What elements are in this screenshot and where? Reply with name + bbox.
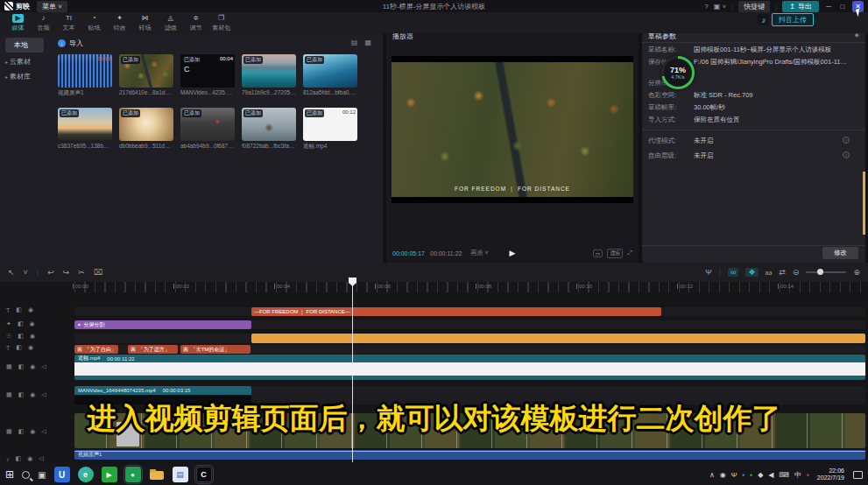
- split-icon[interactable]: ✂: [78, 268, 85, 277]
- info-icon[interactable]: i: [843, 151, 850, 158]
- text-clip-3[interactable]: A「去TM的命运」: [180, 345, 251, 354]
- notification-icon[interactable]: [853, 471, 863, 479]
- tray-keyboard-icon[interactable]: ⌨: [779, 471, 789, 479]
- media-item[interactable]: 已添加00:04CMANVideo...4235.mp4: [180, 54, 235, 97]
- media-item[interactable]: 已添加217d6410e...8a1db.jpg: [119, 54, 173, 97]
- eye-icon[interactable]: ◉: [27, 455, 32, 462]
- close-button[interactable]: ✕: [852, 1, 864, 12]
- media-item[interactable]: 已添加f08722bab...fbc3fa.jpg: [242, 108, 296, 151]
- task-view-icon[interactable]: ▣: [38, 470, 46, 480]
- magnet-icon[interactable]: ∞: [728, 268, 738, 277]
- quality-dropdown[interactable]: 画质 ˅: [470, 249, 488, 257]
- tray-ime-label[interactable]: 中: [794, 470, 801, 480]
- app-capture-green[interactable]: ●: [125, 467, 141, 482]
- tab-媒体[interactable]: ▶媒体: [5, 14, 31, 32]
- tray-app-green-icon[interactable]: ▪: [750, 471, 752, 479]
- media-item[interactable]: 已添加812aa5fdd...bfba0.jpg: [303, 54, 357, 97]
- taskbar-clock[interactable]: 22:06 2022/7/19: [817, 467, 844, 481]
- eye-icon[interactable]: ◉: [30, 363, 35, 370]
- import-button[interactable]: ↓ 导入: [58, 39, 83, 48]
- export-button[interactable]: ↥导出: [782, 1, 819, 12]
- media-item[interactable]: 已添加00:12遮幅.mp4: [303, 108, 357, 151]
- zoom-slider-handle[interactable]: [817, 269, 823, 275]
- start-button[interactable]: ⊞: [5, 468, 14, 481]
- media-item[interactable]: 已添加79a11b9c9...27205.jpg: [242, 54, 296, 97]
- select-tool-dropdown[interactable]: ˅: [24, 268, 28, 277]
- undo-icon[interactable]: ↩: [47, 268, 54, 277]
- tray-app-blue-icon[interactable]: ▪: [742, 471, 745, 479]
- timeline-ruler[interactable]: 00:0000:0200:0400:0600:0800:1000:1200:14: [74, 282, 868, 292]
- tab-贴纸[interactable]: ◔贴纸: [81, 14, 107, 32]
- app-player-green[interactable]: ▶: [102, 467, 117, 482]
- shortcut-button[interactable]: 快捷键: [738, 1, 770, 12]
- fullscreen-icon[interactable]: ⤢: [627, 250, 632, 257]
- tray-app-red-icon[interactable]: ▪: [807, 471, 809, 479]
- ratio-icon[interactable]: ▭: [593, 250, 603, 257]
- app-edge[interactable]: e: [78, 467, 94, 482]
- video-preview[interactable]: FOR FREEDOM ｜ FOR DISTANCE: [392, 56, 633, 203]
- douyin-upload-label[interactable]: 抖音上传: [772, 13, 814, 26]
- lock-icon[interactable]: ◧: [18, 363, 25, 370]
- eye-icon[interactable]: ◉: [30, 391, 35, 398]
- search-icon[interactable]: [22, 471, 30, 479]
- media-item[interactable]: 已添加ab4ab94b9...0f687.jpg: [180, 108, 235, 151]
- lock-icon[interactable]: ◧: [18, 391, 25, 398]
- tab-调节[interactable]: ≑调节: [183, 14, 208, 32]
- effect-clip[interactable]: ✦分屏分割: [74, 320, 251, 329]
- tray-mic-icon[interactable]: Ψ: [731, 471, 737, 479]
- app-jianying[interactable]: C: [196, 467, 212, 482]
- lock-icon[interactable]: ◧: [18, 320, 24, 327]
- maximize-button[interactable]: □: [838, 3, 847, 11]
- lock-icon[interactable]: ◧: [18, 333, 24, 340]
- adjust-clip[interactable]: [251, 334, 865, 343]
- menu-button[interactable]: 菜单 ˅: [37, 1, 67, 12]
- link-icon[interactable]: ❖: [745, 268, 758, 277]
- tab-素材包[interactable]: ❐素材包: [208, 14, 234, 32]
- redo-icon[interactable]: ↪: [63, 268, 70, 277]
- view-toggle-icons[interactable]: ▤ ▦: [351, 39, 374, 46]
- preview-frame-icon[interactable]: aa: [766, 270, 773, 276]
- mirror-icon[interactable]: ⇄: [779, 268, 786, 277]
- eye-icon[interactable]: ◉: [28, 344, 33, 351]
- sidebar-item-本地[interactable]: 本地: [5, 38, 44, 53]
- tray-person-icon[interactable]: ◉: [720, 471, 726, 479]
- layout-icon[interactable]: ▣ ˅: [714, 3, 726, 11]
- media-item[interactable]: 已添加db0bbeab9...511d2.jpg: [119, 108, 173, 151]
- letterbox-video-clip[interactable]: 遮幅.mp400:00:11:22: [74, 355, 865, 380]
- info-icon[interactable]: i: [843, 137, 850, 144]
- minimize-button[interactable]: ─: [824, 3, 833, 11]
- lock-icon[interactable]: ◧: [16, 344, 22, 351]
- tab-音频[interactable]: ♪音频: [31, 14, 56, 32]
- tab-文本[interactable]: TI文本: [56, 14, 81, 32]
- tray-volume-icon[interactable]: ◀: [768, 471, 773, 479]
- fit-button[interactable]: 适应: [607, 249, 623, 258]
- sidebar-item-素材库[interactable]: ▸素材库: [0, 69, 49, 84]
- record-voice-icon[interactable]: Ψ: [705, 268, 712, 277]
- zoom-out-icon[interactable]: ⊖: [793, 268, 800, 277]
- tab-特效[interactable]: ✦特效: [107, 14, 132, 32]
- app-notes[interactable]: ▤: [173, 467, 188, 482]
- app-explorer[interactable]: [149, 467, 165, 482]
- text-clip-main[interactable]: —FOR FREEDOM ｜ FOR DISTANCE—: [251, 307, 661, 316]
- lock-icon[interactable]: ◧: [16, 455, 22, 462]
- eye-icon[interactable]: ◉: [30, 320, 35, 327]
- timeline-zoom-slider[interactable]: [806, 271, 846, 273]
- modify-button[interactable]: 修改: [822, 247, 858, 259]
- eye-icon[interactable]: ◉: [30, 333, 35, 340]
- audio-track-clip[interactable]: 视频原声1: [74, 450, 865, 460]
- help-icon[interactable]: ?: [704, 3, 708, 11]
- mute-icon[interactable]: ◁: [41, 391, 46, 398]
- lock-icon[interactable]: ◧: [16, 306, 22, 313]
- delete-icon[interactable]: ⌧: [94, 268, 102, 277]
- tab-转场[interactable]: ⋈转场: [132, 14, 158, 32]
- tray-network-icon[interactable]: ◆: [758, 471, 763, 479]
- mute-icon[interactable]: ◁: [39, 455, 43, 462]
- zoom-in-icon[interactable]: ⊕: [853, 268, 860, 277]
- app-utorrent[interactable]: U: [54, 467, 70, 482]
- select-tool-icon[interactable]: ↖: [8, 268, 15, 277]
- text-clip-1[interactable]: A「为了自由」: [74, 345, 118, 354]
- media-item[interactable]: 已添加c3837e895...138b0.jpg: [58, 108, 112, 151]
- mute-icon[interactable]: ◁: [41, 363, 46, 370]
- media-item[interactable]: 00:15视频原声1: [58, 54, 112, 97]
- text-clip-2[interactable]: A「为了远方」: [128, 345, 178, 354]
